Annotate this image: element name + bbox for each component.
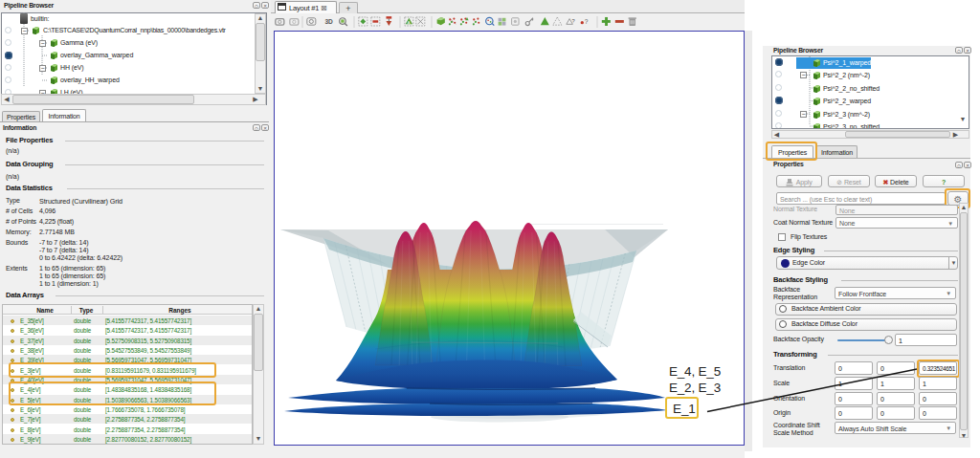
svg-text:?: ? [572, 18, 575, 24]
svg-text:A: A [408, 20, 411, 25]
svg-text:?: ? [585, 18, 589, 25]
svg-text:3D: 3D [324, 18, 333, 25]
